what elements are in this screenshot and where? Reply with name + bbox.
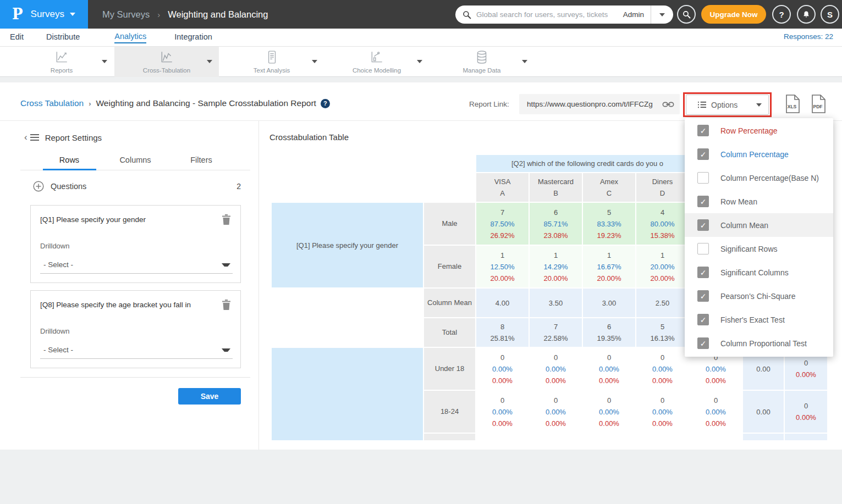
options-menu-item-label: Column Mean	[720, 221, 768, 230]
options-menu-item[interactable]: Column Percentage(Base N)	[685, 166, 833, 190]
report-title: Weighting and Balancing - Sample Crossta…	[96, 98, 316, 108]
tab-filters[interactable]: Filters	[168, 156, 234, 164]
tab-analytics[interactable]: Analytics	[114, 32, 146, 43]
table-cell-blank	[272, 318, 423, 347]
options-menu-item[interactable]: ✓Fisher's Exact Test	[685, 308, 833, 331]
toolbar-choice-modelling[interactable]: Choice Modelling	[324, 47, 429, 77]
row-label-male: Male	[424, 203, 475, 245]
toolbar-cross-tabulation[interactable]: Cross-Tabulation	[114, 47, 219, 77]
add-question-icon[interactable]	[33, 181, 44, 192]
checkbox-checked-icon[interactable]: ✓	[697, 148, 709, 160]
options-menu-item[interactable]: ✓Column Mean	[685, 213, 833, 237]
checkbox-checked-icon[interactable]: ✓	[697, 337, 709, 349]
tab-columns[interactable]: Columns	[102, 156, 168, 164]
options-menu-item[interactable]: ✓Pearson's Chi-Square	[685, 284, 833, 308]
checkbox-checked-icon[interactable]: ✓	[697, 267, 709, 278]
search-scope-dropdown[interactable]	[651, 5, 673, 24]
options-menu-item-label: Column Proportional Test	[720, 339, 807, 348]
export-xls-button[interactable]: XLS	[785, 95, 800, 113]
options-menu-item[interactable]: Significant Rows	[685, 237, 833, 261]
options-menu-item[interactable]: ✓Significant Columns	[685, 261, 833, 284]
help-icon[interactable]: ?	[321, 99, 330, 108]
table-cell-cutoff	[424, 434, 475, 440]
crosstab-cell: 3.50	[530, 289, 582, 317]
row-label-total: Total	[424, 318, 475, 347]
checkbox-unchecked-icon[interactable]	[697, 172, 709, 184]
export-pdf-button[interactable]: PDF	[811, 95, 826, 113]
options-menu: ✓Row Percentage✓Column PercentageColumn …	[685, 118, 833, 357]
breadcrumb-my-surveys[interactable]: My Surveys	[102, 9, 150, 20]
chevron-down-icon	[756, 103, 762, 107]
search-icon	[683, 10, 691, 19]
crosstab-cell: 516.13%	[636, 318, 689, 347]
crosstab-cell: 2.50	[636, 289, 689, 317]
trash-icon[interactable]	[222, 300, 230, 310]
drilldown-select[interactable]: - Select -	[40, 341, 233, 359]
tab-rows[interactable]: Rows	[36, 156, 102, 164]
list-icon	[697, 101, 707, 109]
tab-edit[interactable]: Edit	[10, 32, 24, 43]
column-header-visa: VISAA	[476, 173, 529, 202]
options-menu-item[interactable]: ✓Row Percentage	[685, 119, 833, 142]
global-search: Admin	[455, 5, 673, 24]
toolbar-manage-data[interactable]: Manage Data	[430, 47, 534, 77]
report-settings-toggle[interactable]: ‹ Report Settings	[24, 132, 102, 143]
crosstab-cell: 480.00%15.38%	[636, 203, 689, 245]
crosstab-cell: 00.00%0.00%	[636, 348, 689, 390]
crosstab-cell: 00.00%0.00%	[476, 391, 529, 433]
options-menu-item[interactable]: ✓Column Proportional Test	[685, 331, 833, 355]
bell-icon	[802, 10, 811, 19]
drilldown-select[interactable]: - Select -	[40, 256, 233, 274]
table-cell-blank	[272, 173, 475, 202]
user-avatar[interactable]: S	[821, 5, 839, 24]
report-settings-title: Report Settings	[45, 133, 102, 142]
chevron-down-icon	[102, 60, 107, 63]
checkbox-unchecked-icon[interactable]	[697, 243, 709, 254]
crosstab-cell: 619.35%	[583, 318, 635, 347]
crosstab-cell: 3.00	[583, 289, 635, 317]
crosstab-cell: 825.81%	[476, 318, 529, 347]
crosstab-cell: 112.50%20.00%	[476, 246, 529, 287]
checkbox-checked-icon[interactable]: ✓	[697, 219, 709, 231]
crosstab-cell: 4.00	[476, 289, 529, 317]
options-dropdown-button[interactable]: Options	[686, 95, 769, 115]
crosstab-cell: 00.00%0.00%	[476, 348, 529, 390]
checkbox-checked-icon[interactable]: ✓	[697, 290, 709, 302]
toolbar-reports[interactable]: Reports	[9, 47, 114, 77]
upgrade-now-button[interactable]: Upgrade Now	[701, 5, 766, 24]
options-menu-item[interactable]: ✓Row Mean	[685, 190, 833, 213]
cross-tab-chart-icon	[159, 50, 174, 64]
checkbox-checked-icon[interactable]: ✓	[697, 125, 709, 136]
responses-count: Responses: 22	[784, 32, 833, 41]
toolbar-text-analysis[interactable]: Text Analysis	[219, 47, 324, 77]
crosstab-cell: 0.00	[743, 391, 784, 433]
active-tab-indicator	[43, 169, 96, 170]
checkbox-checked-icon[interactable]: ✓	[697, 314, 709, 325]
analytics-toolbar: Reports Cross-Tabulation Text Analysis C…	[0, 47, 842, 77]
link-icon[interactable]	[662, 99, 674, 109]
save-button[interactable]: Save	[178, 388, 241, 405]
options-menu-item[interactable]: ✓Column Percentage	[685, 142, 833, 166]
questions-header: Questions 2	[33, 181, 241, 192]
tab-distribute[interactable]: Distribute	[46, 32, 80, 43]
svg-text:XLS: XLS	[788, 104, 797, 109]
global-search-input[interactable]	[476, 10, 623, 19]
tab-integration[interactable]: Integration	[174, 32, 212, 43]
report-url[interactable]: https://www.questionpro.com/t/lFFCZg	[527, 100, 662, 108]
breadcrumb-survey-name: Weighting and Balancing	[168, 9, 268, 20]
checkbox-checked-icon[interactable]: ✓	[697, 196, 709, 207]
survey-nav: Edit Distribute Analytics Integration Re…	[0, 29, 842, 47]
trash-icon[interactable]	[222, 214, 230, 225]
question-text: [Q1] Please specify your gender	[40, 215, 214, 224]
row-label-female: Female	[424, 246, 475, 287]
report-link-field[interactable]: https://www.questionpro.com/t/lFFCZg	[519, 94, 680, 114]
product-switcher[interactable]: P Surveys	[0, 0, 88, 29]
help-button[interactable]: ?	[772, 5, 791, 24]
options-menu-item-label: Pearson's Chi-Square	[720, 292, 796, 301]
search-submit-button[interactable]	[677, 5, 696, 24]
options-menu-item-label: Fisher's Exact Test	[720, 315, 785, 324]
crosstab-cell: 00.00%0.00%	[530, 348, 582, 390]
spacer	[0, 77, 842, 82]
notifications-button[interactable]	[797, 5, 816, 24]
cross-tabulation-link[interactable]: Cross Tabulation	[20, 98, 84, 108]
